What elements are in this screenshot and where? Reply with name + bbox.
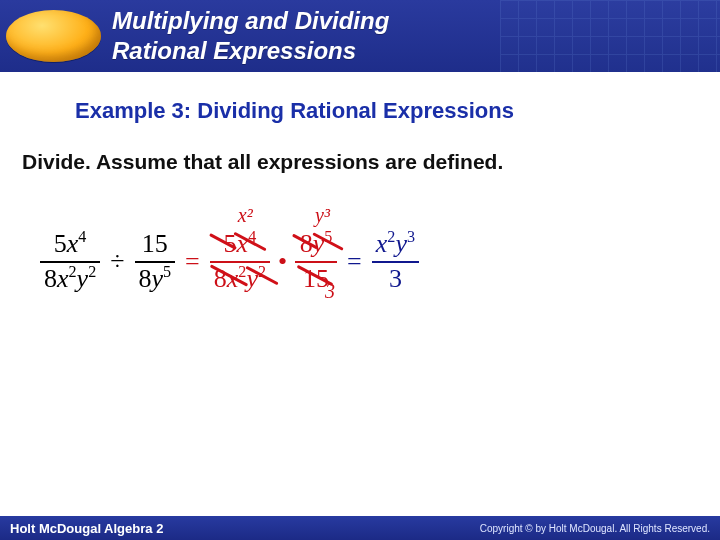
- lhs-fraction-1: 5x4 8x2y2: [40, 230, 100, 293]
- example-heading: Example 3: Dividing Rational Expressions: [75, 98, 514, 124]
- math-expression: 5x4 8x2y2 ÷ 15 8y5 = 5x4 8x2y2 x² • 8y5 …: [40, 230, 419, 293]
- footer-book-title: Holt McDougal Algebra 2: [10, 521, 163, 536]
- footer-copyright: Copyright © by Holt McDougal. All Rights…: [480, 523, 710, 534]
- header-grid-decoration: [500, 0, 720, 72]
- divide-symbol: ÷: [110, 247, 124, 277]
- result-fraction: x2y3 3: [372, 230, 419, 293]
- header-title-line2: Rational Expressions: [112, 36, 389, 66]
- multiply-dot: •: [278, 247, 287, 277]
- slide-header: Multiplying and Dividing Rational Expres…: [0, 0, 720, 72]
- annotation-x2: x²: [238, 204, 253, 227]
- annotation-3: 3: [325, 280, 335, 303]
- instruction-text: Divide. Assume that all expressions are …: [22, 150, 503, 174]
- slide-footer: Holt McDougal Algebra 2 Copyright © by H…: [0, 516, 720, 540]
- lhs-fraction-2: 15 8y5: [135, 230, 176, 293]
- step-fraction-1: 5x4 8x2y2 x²: [210, 230, 270, 293]
- step-fraction-2: 8y5 15 y³ 3: [295, 230, 337, 293]
- annotation-y3: y³: [315, 204, 330, 227]
- equals-1: =: [185, 247, 200, 277]
- header-oval-decoration: [6, 10, 101, 62]
- header-title: Multiplying and Dividing Rational Expres…: [112, 6, 389, 66]
- header-title-line1: Multiplying and Dividing: [112, 6, 389, 36]
- equals-2: =: [347, 247, 362, 277]
